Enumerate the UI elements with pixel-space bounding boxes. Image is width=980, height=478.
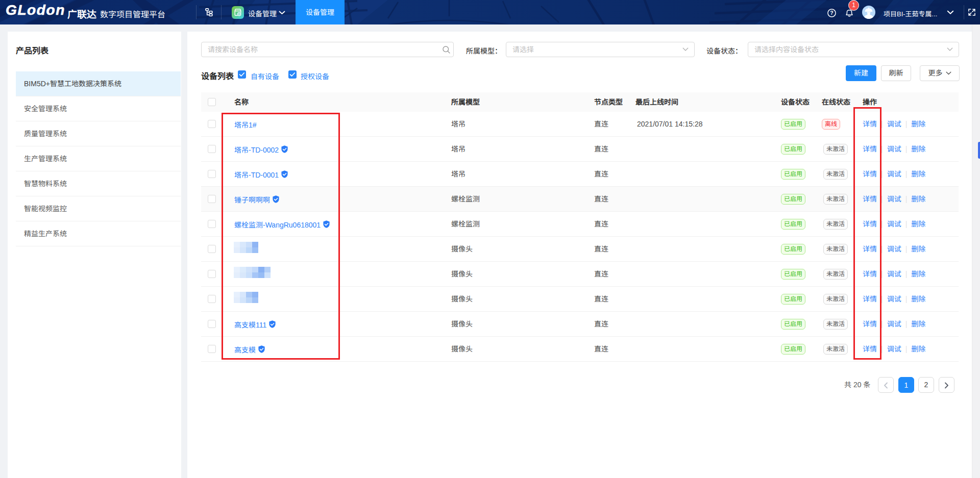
svg-text:?: ? [830, 10, 833, 16]
